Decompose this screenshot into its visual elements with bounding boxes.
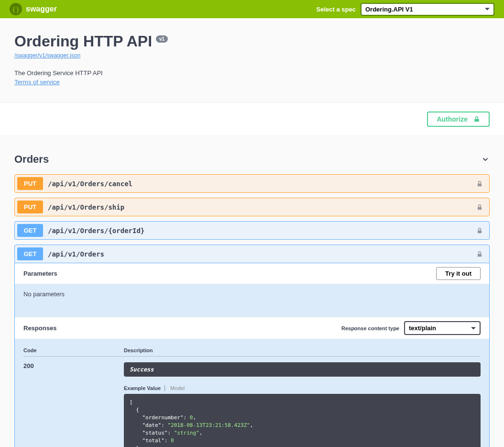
svg-rect-0 <box>474 119 479 122</box>
api-title: Ordering HTTP API v1 <box>14 33 490 50</box>
op-summary[interactable]: GET /api/v1/Orders <box>15 245 489 263</box>
lock-icon <box>476 227 483 234</box>
responses-label: Responses <box>23 324 56 332</box>
lock-icon <box>473 116 480 123</box>
lock-icon <box>476 180 483 187</box>
response-desc: Success Example Value Model [ { "ordernu… <box>124 362 481 447</box>
op-body: Parameters Try it out No parameters Resp… <box>15 263 489 447</box>
parameters-header: Parameters Try it out <box>15 263 489 284</box>
response-message: Success <box>124 362 481 377</box>
example-code-block: [ { "ordernumber": 0, "date": "2018-08-1… <box>124 394 481 447</box>
tag-name: Orders <box>14 153 49 166</box>
try-it-out-button[interactable]: Try it out <box>436 267 481 280</box>
method-badge: PUT <box>17 201 43 213</box>
tag-section-orders: Orders PUT /api/v1/Orders/cancel PUT /ap… <box>14 149 490 447</box>
table-head: Code Description <box>23 347 481 357</box>
authorize-button[interactable]: Authorize <box>427 112 490 127</box>
chevron-down-icon <box>481 155 490 164</box>
spec-url-link[interactable]: /swagger/v1/swagger.json <box>14 52 80 59</box>
method-badge: GET <box>17 247 43 260</box>
api-description: The Ordering Service HTTP API <box>14 69 490 77</box>
version-badge: v1 <box>156 35 168 43</box>
authorize-label: Authorize <box>437 115 468 123</box>
op-path: /api/v1/Orders <box>48 250 476 258</box>
op-put-ship: PUT /api/v1/Orders/ship <box>14 198 490 216</box>
tos-link[interactable]: Terms of service <box>14 78 60 86</box>
api-title-text: Ordering HTTP API <box>14 33 152 50</box>
op-summary[interactable]: PUT /api/v1/Orders/ship <box>15 198 489 216</box>
method-badge: GET <box>17 224 43 237</box>
lock-icon <box>476 204 483 211</box>
no-parameters-text: No parameters <box>15 284 489 317</box>
lock-icon <box>476 251 483 257</box>
main-content: Orders PUT /api/v1/Orders/cancel PUT /ap… <box>0 149 504 447</box>
info-section: Ordering HTTP API v1 /swagger/v1/swagger… <box>0 18 504 102</box>
op-path: /api/v1/Orders/ship <box>48 203 476 211</box>
response-row: 200 Success Example Value Model [ { "ord… <box>23 362 481 447</box>
svg-rect-1 <box>478 183 482 186</box>
select-spec-label: Select a spec <box>317 6 356 13</box>
op-put-cancel: PUT /api/v1/Orders/cancel <box>14 174 490 193</box>
col-desc-header: Description <box>124 347 481 353</box>
spec-select[interactable]: Ordering.API V1 <box>361 3 494 16</box>
swagger-logo-icon: { } <box>10 3 22 15</box>
brand-name: swagger <box>26 5 57 13</box>
tag-header[interactable]: Orders <box>14 149 490 169</box>
op-summary[interactable]: PUT /api/v1/Orders/cancel <box>15 175 489 192</box>
model-tab[interactable]: Model <box>166 385 185 391</box>
svg-rect-2 <box>478 207 482 210</box>
op-get-order-by-id: GET /api/v1/Orders/{orderId} <box>14 221 490 240</box>
op-get-orders: GET /api/v1/Orders Parameters Try it out… <box>14 245 490 447</box>
spec-selector: Select a spec Ordering.API V1 <box>317 3 494 16</box>
op-path: /api/v1/Orders/cancel <box>48 180 476 188</box>
svg-rect-4 <box>478 254 482 257</box>
op-path: /api/v1/Orders/{orderId} <box>48 227 476 235</box>
topbar: { } swagger Select a spec Ordering.API V… <box>0 0 504 18</box>
parameters-label: Parameters <box>23 270 57 277</box>
method-badge: PUT <box>17 177 43 190</box>
col-code-header: Code <box>23 347 124 353</box>
responses-header: Responses Response content type text/pla… <box>15 317 489 339</box>
content-type-select[interactable]: text/plain <box>404 321 481 335</box>
op-summary[interactable]: GET /api/v1/Orders/{orderId} <box>15 222 489 239</box>
content-type-label: Response content type <box>341 325 399 331</box>
auth-section: Authorize <box>0 102 504 136</box>
responses-table: Code Description 200 Success Example Val… <box>15 339 489 447</box>
svg-rect-3 <box>478 230 482 233</box>
brand: { } swagger <box>10 3 57 15</box>
example-value-tab[interactable]: Example Value <box>124 385 165 391</box>
example-tabs: Example Value Model <box>124 385 481 391</box>
response-code: 200 <box>23 362 124 447</box>
